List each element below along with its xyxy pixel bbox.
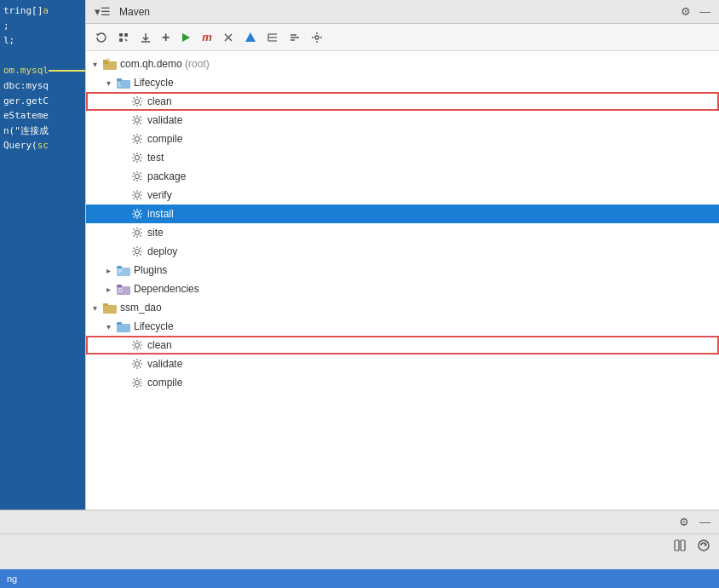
svg-line-47 (140, 117, 141, 118)
settings-icon[interactable]: ⚙ (679, 4, 693, 19)
svg-line-137 (140, 366, 141, 368)
tree-item-validate2[interactable]: validate (86, 355, 719, 373)
svg-line-138 (140, 360, 141, 362)
tree-label-root1: com.qh.demo (root) (120, 58, 210, 70)
tree-label-package1: package (147, 170, 186, 182)
arrow-plugins1: ▸ (106, 266, 117, 275)
svg-line-110 (140, 248, 141, 250)
svg-point-19 (315, 36, 319, 39)
tree-item-install1[interactable]: install (86, 205, 719, 223)
code-line-2: ; (3, 19, 82, 34)
maven-button[interactable]: m (199, 29, 215, 45)
add-button[interactable]: + (159, 28, 172, 47)
top-area: tring[]a ; l; om.mysql dbc:mysq ger.getC… (0, 0, 719, 510)
tree-item-validate1[interactable]: validate (86, 111, 719, 130)
svg-line-64 (140, 160, 141, 162)
svg-line-111 (134, 254, 135, 256)
svg-point-85 (135, 212, 140, 216)
status-bar: ng (0, 569, 719, 588)
tree-item-compile1[interactable]: compile (86, 130, 719, 148)
tree-item-dependencies1[interactable]: ▸ D Dependencies (86, 280, 719, 298)
svg-line-93 (134, 216, 135, 218)
tree-item-compile2[interactable]: compile (86, 373, 719, 392)
minimize-icon[interactable]: — (698, 4, 712, 19)
gear-icon-validate2 (130, 357, 144, 371)
tree-item-package1[interactable]: package (86, 167, 719, 186)
gear-icon-install1 (130, 207, 144, 221)
refresh-button[interactable] (93, 30, 110, 45)
svg-line-56 (140, 135, 141, 137)
tree-item-lifecycle1[interactable]: ▾ L Lifecycle (86, 73, 719, 92)
maven-tree: ▾ com.qh.demo (root) ▾ L Lifecycle (86, 51, 719, 510)
svg-rect-0 (119, 33, 123, 37)
svg-point-31 (135, 100, 140, 104)
gear-icon-compile1 (130, 132, 144, 146)
svg-line-83 (140, 192, 141, 193)
download-button[interactable] (137, 30, 154, 45)
tree-item-clean1[interactable]: clean (86, 92, 719, 111)
svg-line-82 (140, 198, 141, 199)
svg-line-66 (134, 160, 135, 162)
dependencies-icon-1: D (117, 282, 130, 296)
bottom-panel-icon[interactable] (671, 538, 688, 556)
wrench-button[interactable] (308, 30, 325, 45)
svg-line-101 (140, 229, 141, 231)
svg-rect-120 (117, 324, 130, 332)
tree-label-lifecycle2: Lifecycle (134, 320, 174, 332)
code-panel: tring[]a ; l; om.mysql dbc:mysq ger.getC… (0, 0, 85, 510)
svg-line-63 (134, 154, 135, 156)
svg-line-65 (140, 154, 141, 156)
svg-point-140 (135, 381, 140, 385)
gear-icon-clean1 (130, 95, 144, 108)
svg-line-3 (125, 39, 127, 41)
svg-line-148 (134, 385, 135, 387)
bottom-settings-icon[interactable]: ⚙ (677, 515, 691, 529)
code-line-6: dbc:mysq (3, 78, 82, 94)
sort-button[interactable] (286, 30, 303, 45)
code-line-9: n("连接成 (3, 124, 82, 139)
tree-label-install1: install (147, 208, 174, 220)
tree-item-verify1[interactable]: verify (86, 186, 719, 205)
tree-label-compile1: compile (147, 133, 182, 145)
tree-item-clean2[interactable]: clean (86, 336, 719, 355)
tree-item-deploy1[interactable]: deploy (86, 242, 719, 261)
svg-point-40 (135, 118, 140, 123)
tree-item-root1[interactable]: ▾ com.qh.demo (root) (86, 55, 719, 73)
collapse-all-button[interactable] (115, 30, 132, 45)
gear-icon-validate1 (130, 113, 144, 127)
tree-item-test1[interactable]: test (86, 148, 719, 167)
svg-line-73 (140, 179, 141, 181)
gear-icon-deploy1 (130, 245, 144, 258)
bottom-minimize-icon[interactable]: — (698, 515, 712, 529)
run-button[interactable] (177, 30, 194, 45)
svg-line-74 (140, 173, 141, 175)
svg-line-146 (140, 385, 141, 387)
svg-text:P: P (118, 268, 123, 274)
svg-rect-150 (681, 540, 685, 551)
panel-menu-icon[interactable]: ▾☰ (93, 4, 112, 19)
tree-button[interactable] (264, 30, 281, 45)
maven-panel: ▾☰ Maven ⚙ — (85, 0, 719, 510)
arrow-root1: ▾ (93, 60, 103, 69)
bottom-refresh-circle-icon[interactable] (695, 538, 712, 556)
tree-label-site1: site (147, 227, 164, 239)
lifecycle-icon-1: L (117, 76, 130, 89)
tree-item-site1[interactable]: site (86, 223, 719, 242)
tree-label-deploy1: deploy (147, 245, 177, 257)
svg-line-36 (134, 98, 135, 100)
svg-line-55 (140, 141, 141, 143)
tree-item-plugins1[interactable]: ▸ P Plugins (86, 261, 719, 280)
tree-label-root2: ssm_dao (120, 302, 162, 314)
offline-button[interactable] (242, 30, 259, 45)
svg-line-108 (134, 248, 135, 250)
skip-tests-button[interactable] (220, 30, 237, 45)
tree-label-test1: test (147, 152, 164, 164)
tree-label-validate2: validate (147, 358, 182, 370)
code-line-7: ger.getC (3, 94, 82, 109)
svg-line-57 (134, 141, 135, 143)
svg-line-139 (134, 366, 135, 368)
arrow-root2: ▾ (93, 303, 103, 313)
svg-point-58 (135, 156, 140, 160)
tree-item-lifecycle2[interactable]: ▾ Lifecycle (86, 317, 719, 336)
tree-item-root2[interactable]: ▾ ssm_dao (86, 298, 719, 317)
